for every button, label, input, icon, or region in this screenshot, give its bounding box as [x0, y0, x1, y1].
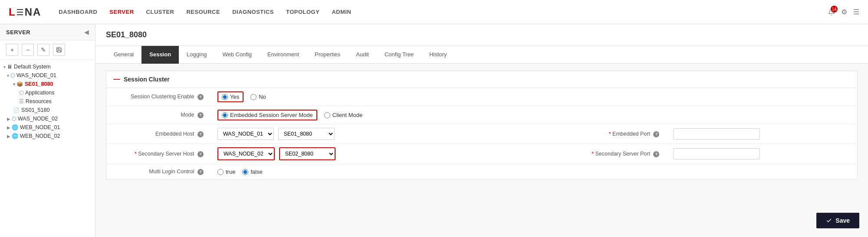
nav-resource[interactable]: RESOURCE [186, 7, 220, 17]
multi-login-false-radio[interactable] [242, 169, 248, 175]
session-clustering-yes-radio[interactable] [222, 94, 228, 100]
menu-icon[interactable]: ☰ [853, 8, 859, 16]
mode-radio-group: Embedded Session Server Mode Client Mode [217, 110, 505, 120]
tree-item-default-system[interactable]: ▾ 🖥 Default System [0, 62, 95, 71]
tree-item-web-node-02[interactable]: ▶ 🌐 WEB_NODE_02 [0, 132, 95, 140]
true-label: true [226, 169, 235, 175]
nav-admin[interactable]: ADMIN [332, 7, 351, 17]
client-mode-radio[interactable] [324, 112, 330, 118]
tree-item-web-node-01[interactable]: ▶ 🌐 WEB_NODE_01 [0, 123, 95, 132]
yes-label: Yes [230, 94, 239, 100]
logo-lines [17, 9, 23, 15]
multi-login-label: Multi Login Control ? [106, 164, 210, 180]
secondary-port-input[interactable] [673, 148, 760, 159]
multi-login-value: true false [210, 164, 512, 180]
multi-login-true-radio[interactable] [217, 169, 224, 175]
add-button[interactable]: + [6, 44, 18, 56]
tree-label: SS01_5180 [21, 107, 49, 113]
tab-logging[interactable]: Logging [179, 46, 214, 64]
session-clustering-no-radio[interactable] [250, 94, 256, 100]
tab-audit[interactable]: Audit [348, 46, 377, 64]
form-row-embedded-host: Embedded Host ? WAS_NODE_01 WAS_NODE_02 … [106, 124, 857, 144]
arrow-icon: ▾ [13, 82, 15, 87]
logo-na: NA [25, 6, 42, 18]
settings-icon[interactable]: ⚙ [841, 8, 847, 16]
secondary-host-help-icon[interactable]: ? [197, 151, 204, 157]
tree-label: Default System [14, 64, 51, 70]
secondary-host-node-select[interactable]: WAS_NODE_01 WAS_NODE_02 [217, 147, 275, 160]
embedded-mode-radio[interactable] [222, 112, 228, 118]
session-clustering-label: Session Clustering Enable ? [106, 88, 210, 106]
sidebar-collapse-button[interactable]: ◀ [84, 29, 89, 36]
sidebar-title: SERVER [6, 29, 30, 36]
tab-general[interactable]: General [106, 46, 141, 64]
session-clustering-value: Yes No [210, 88, 512, 106]
notification-button[interactable]: 14 [828, 8, 835, 16]
multi-login-help-icon[interactable]: ? [197, 169, 204, 175]
tree-label: SE01_8080 [25, 81, 53, 87]
remove-button[interactable]: − [22, 44, 34, 56]
embedded-port-input[interactable] [673, 128, 760, 140]
nav-topology[interactable]: TOPOLOGY [286, 7, 319, 17]
nav-cluster[interactable]: CLUSTER [146, 7, 174, 17]
tree-label: Resources [26, 98, 52, 104]
session-cluster-section: — Session Cluster Session Clustering Ena… [106, 71, 858, 180]
tab-properties[interactable]: Properties [307, 46, 348, 64]
embedded-host-help-icon[interactable]: ? [197, 131, 204, 137]
nav-items: DASHBOARD SERVER CLUSTER RESOURCE DIAGNO… [59, 7, 828, 17]
form-table: Session Clustering Enable ? Yes [106, 88, 857, 179]
tab-environment[interactable]: Environment [260, 46, 307, 64]
tab-configtree[interactable]: Config Tree [377, 46, 421, 64]
save-tree-button[interactable] [53, 44, 65, 56]
embedded-mode-option[interactable]: Embedded Session Server Mode [217, 110, 317, 120]
secondary-server-value: WAS_NODE_01 WAS_NODE_02 SE01_8080 SE02_8… [210, 144, 512, 164]
tree-item-ss01-5180[interactable]: 📄 SS01_5180 [0, 106, 95, 114]
embedded-host-value: WAS_NODE_01 WAS_NODE_02 SE01_8080 SE02_8… [210, 124, 512, 144]
secondary-port-label: Secondary Server Port [595, 151, 650, 157]
tab-webconfig[interactable]: Web Config [214, 46, 260, 64]
save-button[interactable]: Save [816, 213, 859, 228]
embedded-mode-label: Embedded Session Server Mode [230, 112, 313, 118]
save-label: Save [835, 217, 850, 224]
tree-label: WEB_NODE_01 [20, 124, 60, 130]
tree-item-se01-8080[interactable]: ▾ 📦 SE01_8080 [0, 80, 95, 88]
tab-bar: General Session Logging Web Config Envir… [95, 46, 868, 64]
nav-server[interactable]: SERVER [109, 7, 134, 17]
client-mode-option[interactable]: Client Mode [324, 112, 362, 118]
nav-dashboard[interactable]: DASHBOARD [59, 7, 97, 17]
session-clustering-no-option[interactable]: No [250, 94, 266, 100]
embedded-host-server-select[interactable]: SE01_8080 SE02_8080 [278, 128, 335, 140]
main-body: General Session Logging Web Config Envir… [95, 46, 868, 237]
section-header: — Session Cluster [106, 71, 857, 88]
sidebar: SERVER ◀ + − ✎ ▾ 🖥 Default System ▾ [0, 24, 95, 237]
tab-session[interactable]: Session [141, 46, 179, 64]
secondary-port-help-icon[interactable]: ? [653, 151, 659, 157]
nav-diagnostics[interactable]: DIAGNOSTICS [232, 7, 274, 17]
tree-item-was-node-02[interactable]: ▶ ⬡ WAS_NODE_02 [0, 114, 95, 123]
edit-button[interactable]: ✎ [37, 44, 49, 56]
session-clustering-help-icon[interactable]: ? [197, 94, 204, 100]
sidebar-toolbar: + − ✎ [0, 40, 95, 60]
session-clustering-yes-option[interactable]: Yes [217, 91, 243, 102]
embedded-port-label: Embedded Port [612, 131, 650, 137]
tree-item-applications[interactable]: ⬡ Applications [0, 88, 95, 97]
client-mode-label: Client Mode [332, 112, 362, 118]
top-navigation: L NA DASHBOARD SERVER CLUSTER RESOURCE D… [0, 0, 868, 24]
check-icon [826, 218, 832, 224]
tree-item-resources[interactable]: ☰ Resources [0, 97, 95, 106]
multi-login-true-option[interactable]: true [217, 169, 235, 175]
logo-l: L [9, 6, 15, 18]
tab-history[interactable]: History [421, 46, 454, 64]
secondary-port-value [666, 144, 857, 164]
embedded-port-value [666, 124, 857, 144]
mode-help-icon[interactable]: ? [197, 112, 204, 118]
secondary-host-server-select[interactable]: SE01_8080 SE02_8080 [279, 147, 335, 160]
tree-item-was-node-01[interactable]: ▾ ⬡ WAS_NODE_01 [0, 71, 95, 80]
embedded-port-help-icon[interactable]: ? [653, 131, 659, 137]
session-clustering-radio-group: Yes No [217, 91, 505, 102]
arrow-icon: ▾ [7, 73, 9, 78]
multi-login-false-option[interactable]: false [242, 169, 262, 175]
tree-label: WEB_NODE_02 [20, 133, 60, 139]
mode-value: Embedded Session Server Mode Client Mode [210, 106, 512, 124]
embedded-host-node-select[interactable]: WAS_NODE_01 WAS_NODE_02 [217, 128, 274, 140]
